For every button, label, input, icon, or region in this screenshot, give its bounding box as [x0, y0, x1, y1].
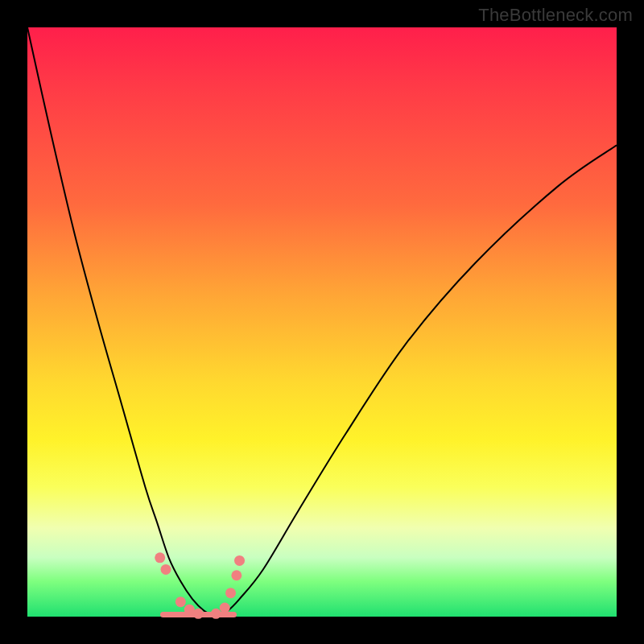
- data-marker: [234, 555, 245, 566]
- left-curve: [27, 27, 216, 617]
- data-marker: [175, 597, 186, 607]
- data-marker: [155, 552, 165, 563]
- right-curve: [216, 145, 617, 617]
- data-marker: [225, 588, 236, 598]
- plot-area: [27, 27, 617, 617]
- data-marker: [161, 564, 171, 575]
- markers-group: [155, 552, 245, 619]
- data-marker: [231, 570, 242, 580]
- floor-segment: [160, 612, 237, 617]
- curves-svg: [27, 27, 617, 617]
- chart-frame: TheBottleneck.com: [0, 0, 644, 644]
- watermark-text: TheBottleneck.com: [478, 5, 633, 26]
